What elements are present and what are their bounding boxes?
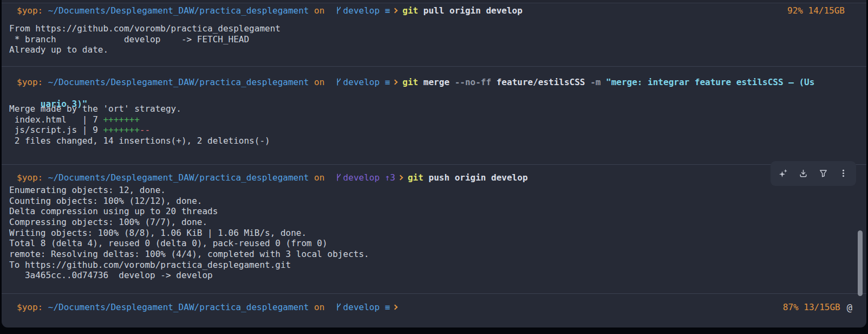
git-branch-icon	[335, 77, 343, 88]
output-line: From https://github.com/voromb/practica_…	[9, 23, 866, 34]
prompt-branch: develop	[343, 172, 380, 183]
git-branch-icon	[335, 5, 343, 16]
branch-status-symbol: ≡	[380, 5, 390, 16]
command-flag: --no-ff	[455, 77, 491, 88]
prompt-path: ~/Documents/Desplegament_DAW/practica_de…	[48, 5, 309, 16]
command-program: git	[402, 77, 418, 88]
prompt-on-label: on	[309, 77, 335, 88]
ai-sparkle-button[interactable]	[776, 166, 791, 181]
branch-status-symbol: ≡	[380, 77, 390, 88]
prompt-chevron-icon	[393, 8, 398, 14]
command-output: Merge made by the 'ort' strategy. index.…	[2, 104, 866, 146]
command-output: From https://github.com/voromb/practica_…	[2, 23, 866, 55]
prompt-branch: develop	[343, 5, 380, 16]
command-subcommand: merge	[418, 77, 454, 88]
command-line-wrapped: uario 3)"	[2, 88, 866, 99]
command-input-line[interactable]: $yop: ~/Documents/Desplegament_DAW/pract…	[2, 302, 866, 313]
command-string-arg: "merge: integrar feature estilsCSS — (Us	[606, 77, 814, 88]
output-line: remote: Resolving deltas: 100% (4/4), co…	[9, 249, 866, 260]
output-line: * branch develop -> FETCH_HEAD	[9, 34, 866, 45]
branch-status-symbol: ≡	[380, 302, 390, 313]
output-line: Merge made by the 'ort' strategy.	[9, 104, 866, 114]
output-line: Writing objects: 100% (8/8), 1.06 KiB | …	[9, 228, 866, 239]
scrollbar-thumb[interactable]	[858, 230, 863, 296]
filter-icon	[819, 169, 828, 178]
memory-status-badge: 87% 13/15GB	[783, 302, 840, 313]
ai-sparkle-icon	[779, 169, 788, 178]
command-program: git	[408, 172, 423, 183]
output-line-diffstat: index.html | 7 +++++++	[9, 114, 866, 125]
prompt-branch: develop	[343, 77, 380, 88]
diffstat-deletions: --	[140, 125, 150, 135]
prompt-user: $yop:	[17, 172, 48, 183]
prompt-on-label: on	[309, 302, 335, 313]
at-symbol: @	[847, 302, 852, 313]
command-program: git	[402, 5, 418, 16]
prompt-on-label: on	[309, 172, 335, 183]
download-icon	[799, 169, 808, 178]
command-line: $yop: ~/Documents/Desplegament_DAW/pract…	[2, 172, 866, 183]
output-line: Already up to date.	[9, 44, 866, 55]
diffstat-file: index.html | 7	[9, 114, 103, 125]
prompt-chevron-icon	[393, 80, 398, 85]
memory-status-badge: 92% 14/15GB	[787, 5, 845, 16]
output-line: 3a465cc..0d74736 develop -> develop	[9, 270, 866, 281]
terminal-block-git-pull[interactable]: $yop: ~/Documents/Desplegament_DAW/pract…	[2, 3, 866, 66]
command-args: pull origin develop	[418, 5, 523, 16]
diffstat-file: js/script.js | 9	[9, 125, 103, 135]
branch-ahead-count: ↑3	[380, 172, 395, 183]
output-line-diffstat: js/script.js | 9 +++++++--	[9, 125, 866, 136]
prompt-chevron-icon	[398, 175, 403, 180]
prompt-chevron-icon	[393, 305, 398, 310]
output-line: To https://github.com/voromb/practica_de…	[9, 260, 866, 271]
filter-button[interactable]	[816, 166, 830, 181]
download-button[interactable]	[797, 166, 811, 181]
prompt-on-label: on	[309, 5, 335, 16]
diffstat-additions: +++++++	[103, 114, 139, 125]
prompt-path: ~/Documents/Desplegament_DAW/practica_de…	[48, 172, 309, 183]
output-line: 2 files changed, 14 insertions(+), 2 del…	[9, 136, 866, 146]
prompt-path: ~/Documents/Desplegament_DAW/practica_de…	[48, 77, 309, 88]
output-line: Counting objects: 100% (12/12), done.	[9, 196, 866, 207]
prompt-path: ~/Documents/Desplegament_DAW/practica_de…	[48, 302, 309, 313]
terminal-block-current-prompt[interactable]: $yop: ~/Documents/Desplegament_DAW/pract…	[2, 293, 866, 326]
command-args: push origin develop	[423, 172, 528, 183]
prompt-user: $yop:	[17, 5, 48, 16]
git-branch-icon	[335, 302, 343, 313]
command-flag: -m	[590, 77, 606, 88]
terminal-window: $yop: ~/Documents/Desplegament_DAW/pract…	[2, 0, 866, 327]
block-hover-toolbar	[771, 161, 856, 186]
terminal-block-git-push[interactable]: $yop: ~/Documents/Desplegament_DAW/pract…	[2, 164, 866, 293]
prompt-user: $yop:	[17, 77, 48, 88]
command-line: $yop: ~/Documents/Desplegament_DAW/pract…	[2, 5, 866, 16]
output-line: Total 8 (delta 4), reused 0 (delta 0), p…	[9, 238, 866, 249]
output-line: Compressing objects: 100% (7/7), done.	[9, 217, 866, 228]
command-output: Enumerating objects: 12, done. Counting …	[2, 185, 866, 281]
diffstat-additions: +++++++	[103, 125, 139, 135]
terminal-block-git-merge[interactable]: $yop: ~/Documents/Desplegament_DAW/pract…	[2, 66, 866, 164]
command-line: $yop: ~/Documents/Desplegament_DAW/pract…	[2, 77, 866, 88]
more-button[interactable]	[836, 166, 850, 181]
more-vertical-icon	[839, 169, 848, 178]
command-target: feature/estilsCSS	[491, 77, 590, 88]
prompt-branch: develop	[343, 302, 380, 313]
git-branch-icon	[335, 172, 343, 183]
output-line: Enumerating objects: 12, done.	[9, 185, 866, 196]
output-line: Delta compression using up to 20 threads	[9, 206, 866, 217]
prompt-user: $yop:	[17, 302, 48, 313]
